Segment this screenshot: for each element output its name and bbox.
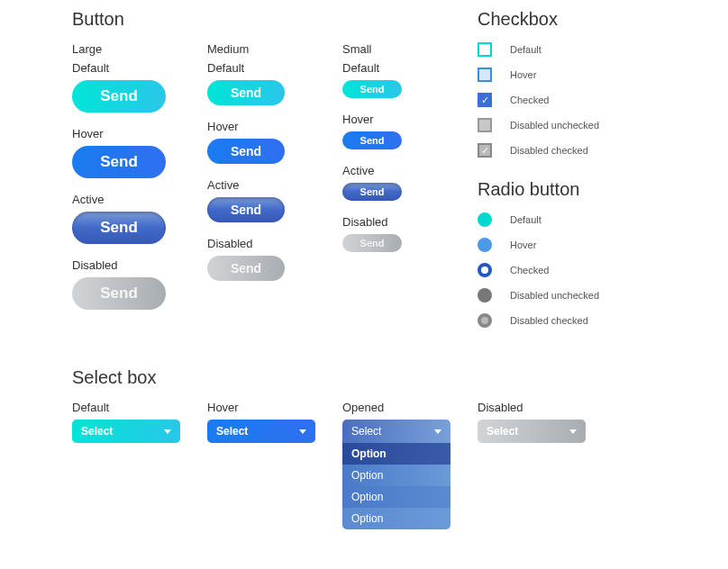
radio-label-checked: Checked (510, 265, 549, 275)
select-option[interactable]: Option (342, 465, 450, 486)
label-hover: Hover (342, 113, 478, 126)
radio-checked[interactable] (478, 263, 492, 277)
select-label: Select (216, 425, 248, 438)
caret-down-icon (164, 429, 171, 434)
label-default: Default (207, 61, 342, 75)
check-icon: ✓ (481, 95, 489, 105)
send-button-small-disabled: Send (342, 234, 402, 252)
select-label: Select (81, 425, 113, 438)
label-default: Default (72, 61, 207, 75)
checkbox-label-checked: Checked (510, 95, 549, 105)
radio-disabled-checked (478, 313, 492, 328)
radio-label-dc: Disabled checked (510, 315, 588, 326)
send-button-large-hover[interactable]: Send (72, 146, 166, 178)
radio-label-hover: Hover (510, 239, 536, 250)
label-disabled: Disabled (207, 237, 342, 250)
label-select-opened: Opened (342, 401, 478, 414)
checkbox-default[interactable] (478, 42, 492, 57)
radio-hover[interactable] (478, 238, 492, 252)
send-button-medium-hover[interactable]: Send (207, 139, 285, 164)
label-active: Active (72, 193, 207, 206)
select-default[interactable]: Select (72, 420, 180, 443)
select-label: Select (351, 425, 381, 438)
select-option[interactable]: Option (342, 486, 450, 508)
send-button-medium-disabled: Send (207, 256, 285, 281)
checkbox-label-du: Disabled unchecked (510, 120, 599, 131)
select-opened[interactable]: Select (342, 420, 450, 443)
label-medium: Medium (207, 42, 342, 56)
label-select-hover: Hover (207, 401, 342, 414)
checkbox-label-hover: Hover (510, 69, 536, 80)
select-hover[interactable]: Select (207, 420, 315, 443)
label-default: Default (342, 61, 478, 75)
checkbox-disabled-unchecked (478, 118, 492, 132)
send-button-medium-active[interactable]: Send (207, 197, 285, 222)
caret-down-icon (299, 429, 306, 434)
checkbox-label-dc: Disabled checked (510, 145, 588, 156)
radio-default[interactable] (478, 212, 492, 227)
checkbox-hover[interactable] (478, 68, 492, 82)
caret-down-icon (569, 429, 577, 434)
send-button-large-active[interactable]: Send (72, 212, 166, 244)
radio-label-du: Disabled unchecked (510, 290, 599, 301)
label-active: Active (342, 164, 478, 177)
label-active: Active (207, 178, 342, 192)
label-select-disabled: Disabled (478, 401, 613, 414)
select-label: Select (487, 425, 518, 438)
send-button-medium-default[interactable]: Send (207, 80, 285, 105)
radio-title: Radio button (478, 179, 656, 200)
send-button-large-default[interactable]: Send (72, 80, 166, 113)
select-title: Select box (72, 367, 656, 388)
select-option[interactable]: Option (342, 508, 450, 529)
checkbox-checked[interactable]: ✓ (478, 93, 492, 107)
checkbox-disabled-checked: ✓ (478, 143, 492, 158)
label-disabled: Disabled (342, 215, 478, 229)
label-large: Large (72, 42, 207, 56)
send-button-small-active[interactable]: Send (342, 183, 402, 201)
send-button-large-disabled: Send (72, 277, 166, 310)
label-disabled: Disabled (72, 258, 207, 272)
send-button-small-hover[interactable]: Send (342, 131, 402, 149)
select-options-list: Option Option Option Option (342, 443, 450, 529)
label-hover: Hover (72, 127, 207, 140)
checkbox-label-default: Default (510, 44, 541, 55)
radio-label-default: Default (510, 214, 541, 225)
label-select-default: Default (72, 401, 207, 414)
send-button-small-default[interactable]: Send (342, 80, 402, 98)
buttons-title: Button (72, 9, 478, 30)
select-disabled: Select (478, 420, 586, 443)
select-option[interactable]: Option (342, 443, 450, 465)
radio-disabled-unchecked (478, 288, 492, 303)
label-small: Small (342, 42, 478, 56)
check-icon: ✓ (481, 146, 489, 156)
caret-down-icon (434, 429, 441, 434)
label-hover: Hover (207, 120, 342, 133)
checkbox-title: Checkbox (478, 9, 656, 30)
